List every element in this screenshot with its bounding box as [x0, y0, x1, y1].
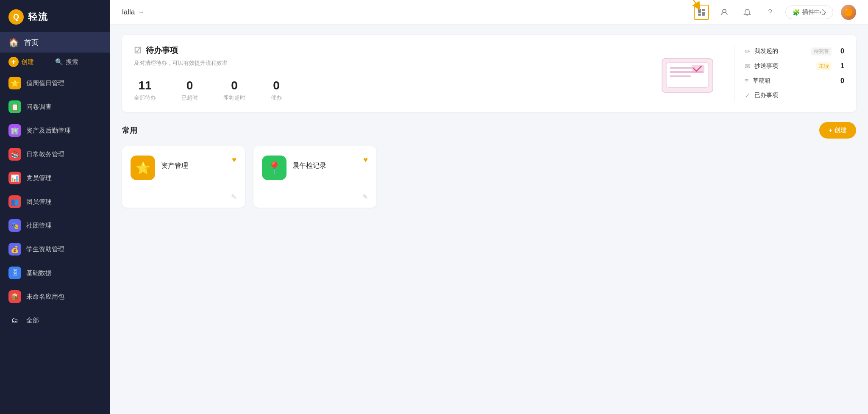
sidebar-home-item[interactable]: 🏠 首页	[0, 32, 110, 53]
sidebar-search-button[interactable]: 🔍 搜索	[55, 58, 102, 66]
todo-subtitle: 及时清理待办，可以有效提升流程效率	[134, 59, 641, 67]
app-icon-chenchen: 📍	[262, 156, 287, 180]
edit-link-icon-chenchen[interactable]: ✎	[362, 193, 368, 201]
svg-rect-0	[698, 9, 701, 13]
draft-label: 草稿箱	[753, 77, 832, 85]
stat-overdue-num: 0	[181, 79, 198, 92]
stat-soon-label: 即将超时	[223, 94, 245, 102]
done-label: 已办事项	[754, 92, 844, 99]
app-cards-grid: ⭐ 资产管理 ♥ ✎ 📍 晨午检记录 ♥ ✎	[122, 146, 856, 208]
sidebar-item-zichan[interactable]: 🏢资产及后勤管理	[0, 119, 110, 142]
copy-label: 抄送事项	[754, 62, 812, 70]
stat-all[interactable]: 11 全部待办	[134, 79, 156, 102]
sidebar-item-zhouzhiri[interactable]: ⭐值周值日管理	[0, 71, 110, 95]
todo-stats: 11 全部待办 0 已超时 0 即将超时 0 催办	[134, 79, 641, 102]
nav-label-xuesheng: 学生资助管理	[26, 245, 64, 253]
todo-right-initiated[interactable]: ✏ 我发起的 待完善 0	[745, 47, 844, 56]
todo-left: ☑ 待办事项 及时清理待办，可以有效提升流程效率 11 全部待办 0 已超时 0	[134, 45, 641, 102]
sidebar-item-weiming[interactable]: 📦未命名应用包	[0, 285, 110, 308]
contacts-icon-button[interactable]	[717, 5, 732, 20]
plugin-icon: 🧩	[793, 9, 800, 16]
main-area: lalla →	[110, 0, 868, 414]
sidebar-logo[interactable]: Q 轻流	[0, 0, 110, 32]
app-card-footer-zichan: ✎	[131, 193, 236, 201]
draft-icon: ≡	[745, 77, 748, 85]
common-create-button[interactable]: + 创建	[819, 122, 856, 139]
nav-icon-dangyi: 📊	[8, 172, 21, 184]
nav-icon-weiming: 📦	[8, 290, 21, 303]
app-icon-zichan: ⭐	[131, 156, 155, 180]
dashboard-icon-button[interactable]	[694, 5, 709, 20]
search-label: 搜索	[66, 58, 78, 66]
mail-icon: ✉	[745, 62, 750, 70]
sidebar-item-shetuan[interactable]: 🎭社团管理	[0, 214, 110, 237]
sidebar-item-dangyi[interactable]: 📊党员管理	[0, 166, 110, 190]
sidebar-item-richangjiaowu[interactable]: 📚日常教务管理	[0, 142, 110, 166]
initiated-label: 我发起的	[754, 47, 807, 55]
plugin-center-button[interactable]: 🧩 插件中心	[785, 6, 833, 19]
sidebar-item-wenjuan[interactable]: 📋问卷调查	[0, 95, 110, 119]
stat-urge[interactable]: 0 催办	[271, 79, 282, 102]
nav-icon-wenjuan: 📋	[8, 100, 21, 113]
todo-illustration	[649, 45, 726, 102]
nav-icon-quanbu: 🗂	[8, 314, 21, 327]
create-label: 创建	[21, 58, 34, 66]
initiated-badge: 待完善	[811, 47, 832, 56]
nav-label-dangyi: 党员管理	[26, 174, 52, 182]
copy-count: 1	[836, 62, 844, 70]
check-icon: ☑	[134, 45, 142, 56]
todo-card: ☑ 待办事项 及时清理待办，可以有效提升流程效率 11 全部待办 0 已超时 0	[122, 35, 856, 112]
app-name-zichan: 资产管理	[161, 161, 226, 170]
sidebar-item-quanbu[interactable]: 🗂全部	[0, 308, 110, 332]
sidebar: Q 轻流 🏠 首页 + 创建 🔍 搜索 ⭐值周值日管理📋问卷调查🏢资产及后勤管理…	[0, 0, 110, 414]
nav-label-quanbu: 全部	[26, 317, 39, 325]
nav-label-shetuan: 社团管理	[26, 222, 52, 230]
app-card-header-chenchen: 📍 晨午检记录 ♥	[262, 156, 368, 180]
edit-icon: ✏	[745, 47, 750, 56]
sidebar-item-xuesheng[interactable]: 💰学生资助管理	[0, 237, 110, 261]
nav-icon-jichu: 🗄	[8, 267, 21, 279]
help-icon-button[interactable]: ?	[762, 5, 778, 20]
logo-text: 轻流	[28, 11, 48, 23]
svg-rect-1	[702, 9, 705, 11]
home-label: 首页	[24, 38, 39, 47]
stat-all-label: 全部待办	[134, 94, 156, 102]
create-btn-label: + 创建	[829, 126, 847, 134]
svg-rect-7	[670, 67, 695, 69]
done-icon: ✓	[745, 92, 750, 100]
user-avatar[interactable]: 🟠	[841, 5, 856, 20]
app-name-chenchen: 晨午检记录	[292, 161, 357, 170]
edit-link-icon-zichan[interactable]: ✎	[231, 193, 236, 201]
nav-icon-tuanyi: 👥	[8, 195, 21, 208]
todo-right-draft[interactable]: ≡ 草稿箱 0	[745, 77, 844, 85]
sidebar-item-tuanyi[interactable]: 👥团员管理	[0, 190, 110, 214]
stat-overdue[interactable]: 0 已超时	[181, 79, 198, 102]
nav-icon-xuesheng: 💰	[8, 243, 21, 256]
plugin-label: 插件中心	[802, 8, 826, 16]
expand-icon[interactable]: →	[138, 9, 144, 16]
nav-label-weiming: 未命名应用包	[26, 293, 64, 301]
todo-right-done[interactable]: ✓ 已办事项	[745, 92, 844, 100]
content-area: ☑ 待办事项 及时清理待办，可以有效提升流程效率 11 全部待办 0 已超时 0	[110, 25, 868, 414]
favorite-icon-chenchen[interactable]: ♥	[363, 156, 368, 164]
copy-badge: 未读	[816, 62, 832, 70]
app-card-header-zichan: ⭐ 资产管理 ♥	[131, 156, 236, 180]
nav-label-tuanyi: 团员管理	[26, 198, 52, 206]
stat-overdue-label: 已超时	[181, 94, 198, 102]
initiated-count: 0	[836, 47, 844, 55]
todo-right-panel: ✏ 我发起的 待完善 0 ✉ 抄送事项 未读 1 ≡ 草稿箱 0 ✓	[734, 45, 844, 102]
stat-soon[interactable]: 0 即将超时	[223, 79, 245, 102]
svg-rect-9	[670, 75, 691, 77]
nav-icon-zhouzhiri: ⭐	[8, 77, 21, 89]
todo-right-copy[interactable]: ✉ 抄送事项 未读 1	[745, 62, 844, 70]
nav-label-richangjiaowu: 日常教务管理	[26, 150, 64, 158]
draft-count: 0	[836, 77, 844, 85]
notification-icon-button[interactable]	[740, 5, 755, 20]
sidebar-create-button[interactable]: + 创建	[8, 57, 55, 67]
favorite-icon-zichan[interactable]: ♥	[232, 156, 236, 164]
app-card-zichan[interactable]: ⭐ 资产管理 ♥ ✎	[122, 146, 245, 208]
app-card-chenchen[interactable]: 📍 晨午检记录 ♥ ✎	[253, 146, 376, 208]
header-icons: ? 🧩 插件中心 🟠	[694, 5, 856, 20]
sidebar-item-jichu[interactable]: 🗄基础数据	[0, 261, 110, 285]
stat-soon-num: 0	[223, 79, 245, 92]
